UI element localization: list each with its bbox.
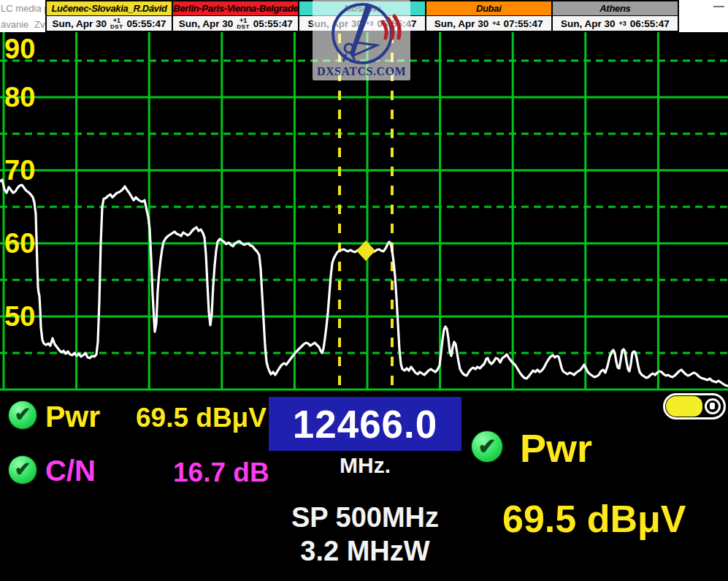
clock-time-row: Sun, Apr 30 +3 06:55:47: [553, 16, 678, 31]
clock-city-label: Berlin-Paris-Vienna-Belgrade: [173, 1, 298, 16]
clock-date: Sun, Apr 30: [53, 18, 107, 29]
clock-time: 05:55:47: [253, 18, 293, 29]
clock-date: Sun, Apr 30: [434, 18, 489, 29]
clock-athens: Athens Sun, Apr 30 +3 06:55:47: [553, 1, 678, 31]
big-pwr-label: Pwr: [520, 425, 592, 471]
spectrum-trace: [0, 180, 727, 386]
battery-level: [666, 396, 702, 417]
background-menu-fragment-2: Zv: [34, 19, 45, 30]
pwr-label: Pwr: [45, 400, 100, 434]
timezone-offset: +4: [492, 20, 499, 27]
bandwidth-label: 3.2 MHzW: [254, 536, 476, 567]
timezone-offset: +1 DST: [237, 18, 250, 30]
clock-time-row: Sun, Apr 30 +1 DST 05:55:47: [173, 16, 298, 31]
cn-lock-check-icon: ✔: [9, 456, 37, 484]
clock-time-row: Sun, Apr 30 +4 07:55:47: [426, 16, 551, 31]
big-pwr-check-icon: ✔: [472, 431, 502, 462]
y-axis-tick-label: 50: [4, 301, 35, 332]
clock-city-label: Dubai: [426, 1, 551, 16]
svg-text:DXSATCS.COM: DXSATCS.COM: [317, 65, 406, 77]
timezone-offset: +1 DST: [110, 18, 123, 30]
timezone-offset: +3: [619, 20, 627, 27]
span-label: SP 500MHz: [254, 502, 476, 533]
y-axis-tick-label: 90: [4, 34, 35, 64]
cn-label: C/N: [45, 455, 96, 487]
clock-dubai: Dubai Sun, Apr 30 +4 07:55:47: [426, 1, 553, 31]
dxsatcs-logo: DXSATCS.COM: [313, 0, 410, 80]
clock-lucenec: Lučenec-Slovakia_R.Dávid Sun, Apr 30 +1 …: [47, 1, 173, 31]
clock-date: Sun, Apr 30: [179, 18, 234, 29]
frequency-input[interactable]: 12466.0: [269, 397, 461, 451]
battery-icon: [663, 393, 726, 419]
spectrum-analyzer-screen: { "desktop": { "fragment_top": "LC media…: [0, 0, 728, 581]
clock-date: Sun, Apr 30: [561, 18, 616, 29]
clock-berlin: Berlin-Paris-Vienna-Belgrade Sun, Apr 30…: [173, 1, 299, 31]
clock-time: 06:55:47: [630, 18, 670, 29]
y-axis-tick-label: 80: [4, 82, 35, 113]
clock-time: 05:55:47: [127, 18, 166, 29]
satellite-dish-icon: DXSATCS.COM: [313, 0, 410, 80]
cn-value: 16.7 dB: [173, 457, 269, 488]
y-axis-tick-label: 60: [4, 228, 35, 259]
battery-terminal: [705, 398, 721, 414]
clock-time-row: Sun, Apr 30 +1 DST 05:55:47: [47, 16, 172, 31]
minimize-icon[interactable]: [713, 6, 724, 7]
y-axis-tick-label: 70: [4, 155, 35, 186]
pwr-value: 69.5 dBμV: [136, 403, 267, 433]
spectrum-chart[interactable]: 5060708090: [0, 32, 728, 391]
clock-time: 07:55:47: [504, 18, 543, 29]
big-pwr-value: 69.5 dBμV: [502, 497, 686, 541]
pwr-lock-check-icon: ✔: [9, 401, 37, 429]
background-window-title: LC media pl: [1, 3, 51, 14]
frequency-unit-label: MHz.: [292, 453, 438, 478]
clock-city-label: Lučenec-Slovakia_R.Dávid: [47, 1, 172, 16]
background-menu-fragment: ávanie: [1, 19, 28, 30]
clock-city-label: Athens: [553, 1, 678, 16]
